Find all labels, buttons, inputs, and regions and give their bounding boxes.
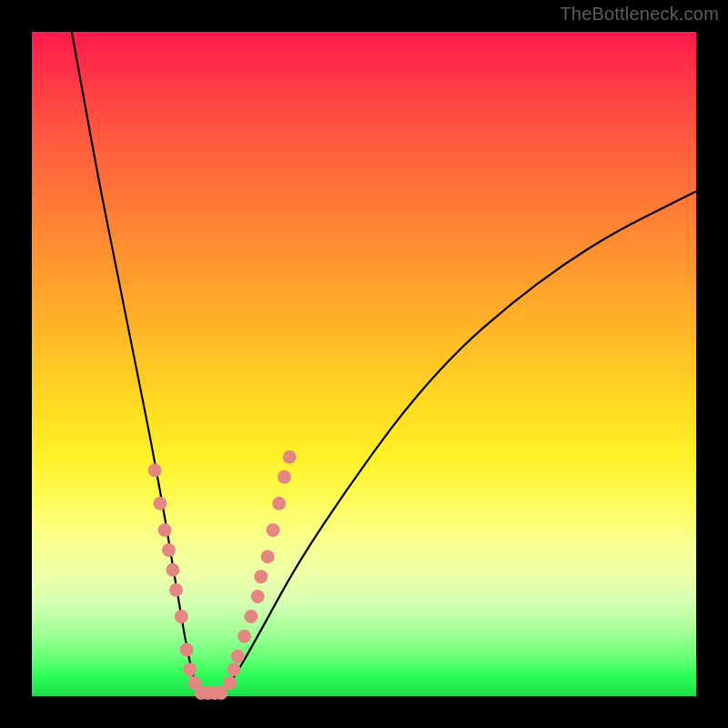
marker-dot: [153, 497, 167, 511]
marker-dot: [238, 630, 251, 643]
marker-dot: [261, 550, 275, 563]
marker-dot: [158, 523, 172, 537]
marker-dot: [183, 662, 197, 676]
marker-dot: [227, 662, 240, 676]
highlight-dots: [148, 450, 297, 700]
marker-dot: [254, 570, 268, 583]
marker-dot: [251, 590, 265, 603]
plot-area: [32, 32, 696, 696]
marker-dot: [148, 463, 162, 477]
marker-dot: [244, 610, 258, 623]
marker-dot: [231, 650, 245, 663]
marker-dot: [267, 523, 280, 537]
marker-dot: [175, 610, 188, 623]
watermark-text: TheBottleneck.com: [560, 4, 719, 25]
bottleneck-curve: [72, 32, 696, 696]
marker-dot: [283, 450, 297, 464]
marker-dot: [278, 470, 291, 484]
marker-dot: [162, 543, 176, 557]
marker-dot: [180, 642, 194, 656]
marker-dot: [166, 563, 179, 577]
chart-frame: TheBottleneck.com: [0, 0, 728, 728]
marker-dot: [169, 583, 183, 597]
marker-dot: [223, 676, 237, 690]
curve-layer: [32, 32, 696, 696]
marker-dot: [272, 497, 286, 511]
